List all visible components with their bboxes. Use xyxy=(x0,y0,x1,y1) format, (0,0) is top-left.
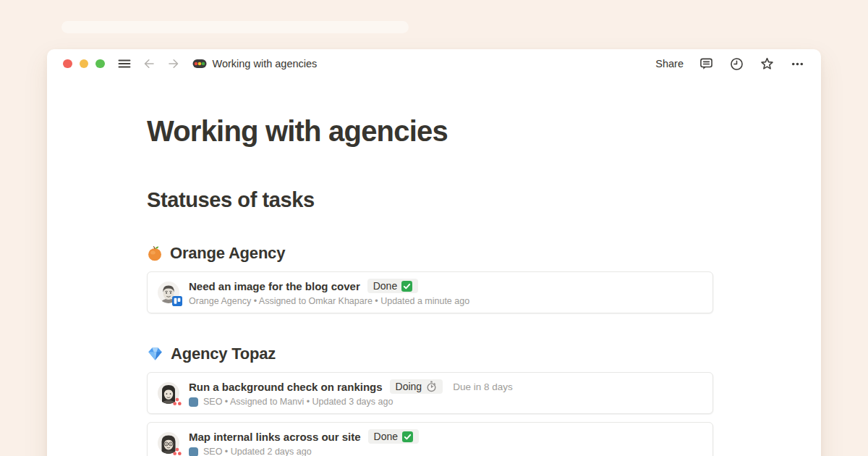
close-window-button[interactable] xyxy=(63,59,72,69)
asana-badge-icon xyxy=(172,447,182,456)
task-title: Need an image for the blog cover xyxy=(189,280,360,292)
check-emoji-icon xyxy=(401,281,412,292)
status-pill: Doing xyxy=(390,379,443,394)
traffic-light-emoji-icon xyxy=(192,59,207,69)
status-pill: Done xyxy=(368,429,419,444)
status-pill: Done xyxy=(367,279,418,293)
zoom-window-button[interactable] xyxy=(95,59,105,69)
project-color-tag xyxy=(189,447,198,456)
task-card[interactable]: Run a background check on rankings Doing… xyxy=(147,372,713,414)
avatar xyxy=(158,432,179,454)
avatar xyxy=(158,282,179,303)
project-color-tag xyxy=(189,397,198,407)
tangerine-emoji-icon xyxy=(147,245,163,261)
group-name: Agency Topaz xyxy=(171,344,276,364)
updates-clock-icon[interactable] xyxy=(729,56,744,72)
group-heading-agency-topaz: Agency Topaz xyxy=(147,344,713,364)
trello-badge-icon xyxy=(172,296,182,306)
minimize-window-button[interactable] xyxy=(80,59,89,69)
status-label: Done xyxy=(374,431,398,442)
task-card[interactable]: Need an image for the blog cover Done Or… xyxy=(147,271,713,313)
status-label: Done xyxy=(373,280,397,292)
favorite-star-icon[interactable] xyxy=(760,56,775,72)
page-title: Working with agencies xyxy=(147,114,713,148)
titlebar: Working with agencies Share xyxy=(47,49,821,78)
task-meta: SEO • Updated 2 days ago xyxy=(189,447,419,456)
check-emoji-icon xyxy=(402,431,413,442)
due-date: Due in 8 days xyxy=(453,381,513,392)
group-name: Orange Agency xyxy=(170,243,285,263)
app-window: Working with agencies Share xyxy=(47,49,821,456)
forward-arrow-icon[interactable] xyxy=(166,56,181,71)
stopwatch-emoji-icon xyxy=(426,381,437,392)
more-options-icon[interactable] xyxy=(790,56,805,72)
background-highlight xyxy=(61,21,409,33)
back-arrow-icon[interactable] xyxy=(142,56,156,71)
group-heading-orange-agency: Orange Agency xyxy=(147,243,713,263)
breadcrumb-page-title[interactable]: Working with agencies xyxy=(213,58,318,69)
status-label: Doing xyxy=(396,381,422,392)
asana-badge-icon xyxy=(172,397,182,407)
section-heading: Statuses of tasks xyxy=(147,187,713,213)
sidebar-menu-icon[interactable] xyxy=(117,56,132,71)
page-content: Working with agencies Statuses of tasks … xyxy=(47,114,821,456)
task-card[interactable]: Map internal links across our site Done … xyxy=(147,422,713,456)
avatar xyxy=(158,382,179,404)
window-controls xyxy=(63,59,105,69)
task-meta: Orange Agency • Assigned to Omkar Khapar… xyxy=(189,296,469,306)
gem-emoji-icon xyxy=(147,346,163,362)
share-button[interactable]: Share xyxy=(655,58,684,69)
task-title: Map internal links across our site xyxy=(189,431,361,443)
task-meta: SEO • Assigned to Manvi • Updated 3 days… xyxy=(189,397,513,407)
task-title: Run a background check on rankings xyxy=(189,381,383,393)
comments-icon[interactable] xyxy=(699,56,714,72)
